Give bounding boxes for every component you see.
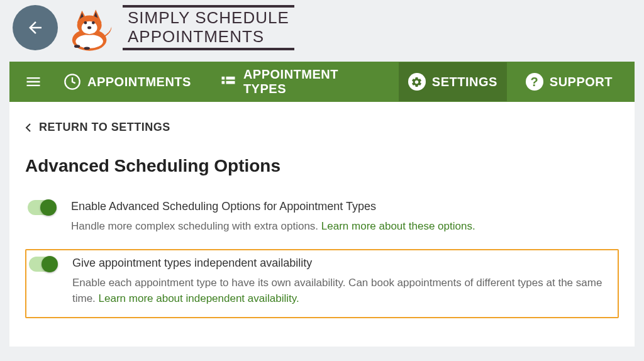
main-nav: APPOINTMENTS APPOINTMENT TYPES SETTINGS …	[9, 62, 635, 102]
learn-more-link[interactable]: Learn more about these options.	[321, 220, 475, 232]
option-enable-advanced: Enable Advanced Scheduling Options for A…	[25, 195, 619, 240]
chevron-left-icon	[25, 123, 31, 133]
option-title: Give appointment types independent avail…	[72, 257, 615, 270]
svg-rect-12	[221, 81, 225, 84]
hamburger-icon	[25, 73, 42, 91]
app-header: SIMPLY SCHEDULE APPOINTMENTS	[0, 0, 644, 62]
svg-point-5	[92, 21, 95, 25]
toggle-enable-advanced[interactable]	[28, 200, 55, 215]
breadcrumb-text: RETURN TO SETTINGS	[39, 121, 170, 134]
menu-button[interactable]	[22, 70, 45, 93]
option-description: Handle more complex scheduling with extr…	[71, 218, 616, 235]
nav-appointments[interactable]: APPOINTMENTS	[54, 62, 201, 101]
option-title: Enable Advanced Scheduling Options for A…	[71, 200, 616, 213]
svg-rect-11	[226, 77, 235, 80]
list-icon	[219, 73, 237, 91]
svg-point-8	[84, 47, 90, 50]
logo-line1: SIMPLY SCHEDULE	[128, 9, 289, 28]
svg-rect-10	[221, 77, 225, 80]
svg-point-4	[84, 21, 87, 25]
breadcrumb-return[interactable]: RETURN TO SETTINGS	[25, 121, 619, 134]
gear-icon	[408, 73, 426, 91]
page-title: Advanced Scheduling Options	[25, 156, 619, 176]
nav-appointment-types[interactable]: APPOINTMENT TYPES	[210, 57, 389, 107]
svg-rect-13	[226, 81, 235, 84]
toggle-knob	[40, 199, 57, 216]
nav-support[interactable]: ? SUPPORT	[516, 62, 622, 101]
logo-text: SIMPLY SCHEDULE APPOINTMENTS	[123, 5, 294, 50]
option-independent-availability: Give appointment types independent avail…	[25, 249, 619, 318]
option-text-block: Enable Advanced Scheduling Options for A…	[68, 200, 616, 235]
svg-point-6	[87, 26, 91, 30]
help-icon: ?	[526, 73, 543, 91]
toggle-independent-availability[interactable]	[29, 257, 57, 272]
clock-icon	[64, 73, 81, 91]
svg-point-7	[74, 45, 80, 48]
nav-label: SUPPORT	[550, 75, 613, 89]
nav-label: APPOINTMENT TYPES	[243, 67, 380, 96]
nav-settings[interactable]: SETTINGS	[399, 62, 507, 101]
app-logo: SIMPLY SCHEDULE APPOINTMENTS	[67, 3, 294, 52]
back-button[interactable]	[13, 5, 58, 50]
fox-icon	[67, 3, 116, 52]
option-description: Enable each appointment type to have its…	[72, 275, 615, 307]
toggle-knob	[42, 256, 58, 272]
nav-label: APPOINTMENTS	[87, 75, 191, 89]
option-text-block: Give appointment types independent avail…	[69, 257, 615, 307]
main-content: RETURN TO SETTINGS Advanced Scheduling O…	[9, 102, 635, 347]
learn-more-link[interactable]: Learn more about independent availabilit…	[99, 292, 299, 304]
arrow-left-icon	[26, 18, 45, 37]
nav-label: SETTINGS	[432, 75, 497, 89]
logo-line2: APPOINTMENTS	[128, 28, 289, 47]
